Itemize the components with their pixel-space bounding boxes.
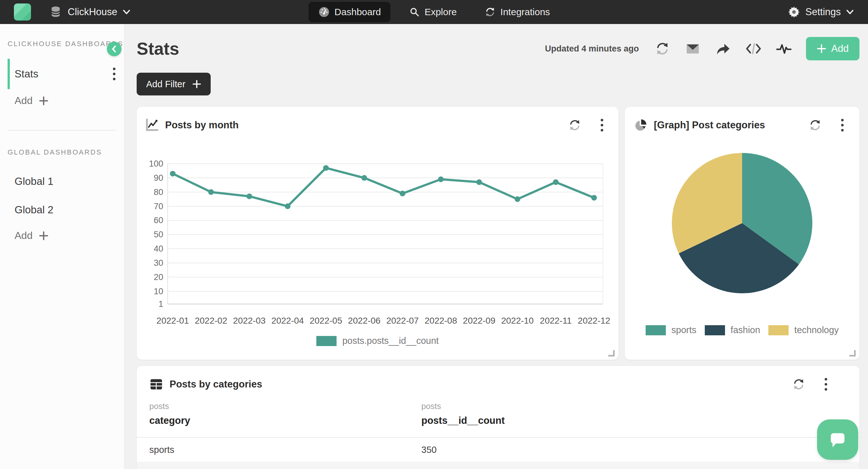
sidebar-item-global-2[interactable]: Global 2 [8, 196, 124, 224]
x-axis-tick: 2022-03 [233, 316, 266, 326]
card-title: [Graph] Post categories [654, 120, 765, 131]
sidebar-item-stats[interactable]: Stats [8, 59, 124, 89]
data-point[interactable] [400, 191, 406, 196]
y-axis-tick: 60 [154, 215, 163, 225]
page-title: Stats [137, 39, 179, 59]
data-point[interactable] [285, 204, 290, 209]
refresh-tile-button[interactable] [807, 117, 824, 133]
y-axis-tick: 1 [158, 299, 163, 309]
legend-item-fashion[interactable]: fashion [705, 325, 761, 335]
email-icon[interactable] [685, 40, 701, 57]
add-tile-button[interactable]: Add [806, 37, 860, 60]
embed-code-icon[interactable] [745, 40, 762, 57]
table-cell-count: 350 [409, 445, 860, 455]
tile-resize-handle[interactable] [849, 350, 856, 357]
data-point[interactable] [476, 179, 482, 185]
x-axis-tick: 2022-11 [540, 316, 572, 326]
x-axis-tick: 2022-10 [501, 316, 534, 326]
kebab-menu-icon[interactable] [113, 67, 116, 81]
data-point[interactable] [591, 195, 597, 201]
data-point[interactable] [246, 193, 252, 199]
column-group: posts [149, 401, 409, 411]
pie-legend: sportsfashiontechnology [633, 325, 850, 335]
data-point[interactable] [170, 171, 176, 176]
legend-swatch [768, 325, 788, 335]
app-logo[interactable] [14, 3, 31, 21]
sidebar-add-global-dashboard[interactable]: Add [8, 224, 124, 247]
refresh-tile-button[interactable] [790, 376, 807, 393]
add-filter-label: Add Filter [146, 79, 185, 90]
x-axis-tick: 2022-09 [463, 316, 495, 326]
add-filter-button[interactable]: Add Filter [137, 73, 211, 95]
table-cell-category: sports [137, 445, 409, 455]
y-axis-tick: 100 [149, 159, 163, 168]
sidebar-item-global-1[interactable]: Global 1 [8, 167, 124, 196]
tab-explore[interactable]: Explore [399, 2, 466, 22]
main-nav-tabs: Dashboard Explore Integrations [308, 0, 559, 24]
x-axis-tick: 2022-02 [195, 316, 227, 326]
column-header-count[interactable]: posts__id__count [421, 415, 860, 426]
legend-item-sports[interactable]: sports [646, 325, 696, 335]
sidebar-section-global: GLOBAL DASHBOARDS [8, 148, 124, 157]
column-group: posts [421, 401, 860, 411]
x-axis-tick: 2022-12 [578, 316, 610, 326]
y-axis-tick: 70 [154, 202, 163, 211]
tab-dashboard[interactable]: Dashboard [308, 2, 390, 22]
x-axis-tick: 2022-06 [348, 316, 380, 326]
kebab-menu-icon[interactable] [594, 117, 610, 133]
card-title: Posts by categories [169, 379, 262, 390]
settings-menu[interactable]: Settings [788, 6, 854, 18]
sidebar-item-label: Stats [14, 68, 38, 80]
legend-swatch [316, 336, 337, 346]
add-label: Add [14, 95, 33, 106]
plus-icon [817, 44, 826, 54]
data-point[interactable] [438, 176, 444, 182]
dashboards-sidebar: CLICKHOUSE DASHBOARDS Stats Add GLOBAL D… [0, 24, 125, 469]
y-axis-tick: 10 [154, 287, 163, 296]
workspace-switcher[interactable]: ClickHouse [49, 5, 131, 19]
table-card: Posts by categories [137, 366, 860, 469]
dashboard-main: Stats Updated 4 minutes ago [125, 24, 868, 469]
line-series [173, 168, 594, 206]
sidebar-collapse-button[interactable] [107, 42, 121, 56]
y-axis-tick: 90 [154, 173, 163, 183]
tab-integrations[interactable]: Integrations [475, 2, 560, 22]
share-icon[interactable] [715, 40, 731, 57]
sidebar-section-clickhouse: CLICKHOUSE DASHBOARDS [8, 40, 124, 48]
data-point[interactable] [553, 179, 559, 185]
line-chart-canvas[interactable]: 10090807060504030201012022-012022-022022… [145, 149, 610, 330]
tile-resize-handle[interactable] [608, 350, 615, 357]
chat-bubble-icon [827, 430, 848, 449]
y-axis-tick: 50 [154, 230, 163, 239]
line-chart-icon [145, 118, 159, 132]
legend-label: fashion [731, 325, 761, 335]
sidebar-add-dashboard[interactable]: Add [8, 89, 124, 112]
sync-icon [485, 6, 496, 18]
chat-widget-button[interactable] [817, 420, 858, 460]
refresh-tile-button[interactable] [566, 117, 583, 133]
data-point[interactable] [323, 165, 329, 171]
data-point[interactable] [208, 189, 214, 195]
data-point[interactable] [515, 196, 520, 202]
tab-integrations-label: Integrations [500, 7, 550, 18]
gauge-icon [318, 6, 330, 18]
chevron-down-icon [122, 9, 131, 15]
column-header-category[interactable]: category [149, 415, 409, 426]
kebab-menu-icon[interactable] [818, 376, 834, 393]
activity-pulse-icon[interactable] [776, 40, 792, 57]
search-icon [409, 6, 420, 18]
x-axis-tick: 2022-05 [310, 316, 342, 326]
line-chart-card: Posts by month [137, 107, 618, 360]
legend-item-posts-count[interactable]: posts.posts__id__count [316, 336, 439, 346]
data-point[interactable] [361, 175, 367, 181]
plus-icon [39, 96, 49, 106]
refresh-dashboard-button[interactable] [654, 40, 671, 57]
tab-explore-label: Explore [425, 7, 457, 18]
legend-item-technology[interactable]: technology [768, 325, 839, 335]
kebab-menu-icon[interactable] [834, 117, 850, 133]
pie-chart-canvas[interactable] [633, 140, 850, 312]
sidebar-item-label: Global 2 [14, 204, 54, 216]
legend-label: posts.posts__id__count [342, 336, 439, 346]
tab-dashboard-label: Dashboard [334, 7, 381, 18]
y-axis-tick: 80 [154, 188, 163, 197]
